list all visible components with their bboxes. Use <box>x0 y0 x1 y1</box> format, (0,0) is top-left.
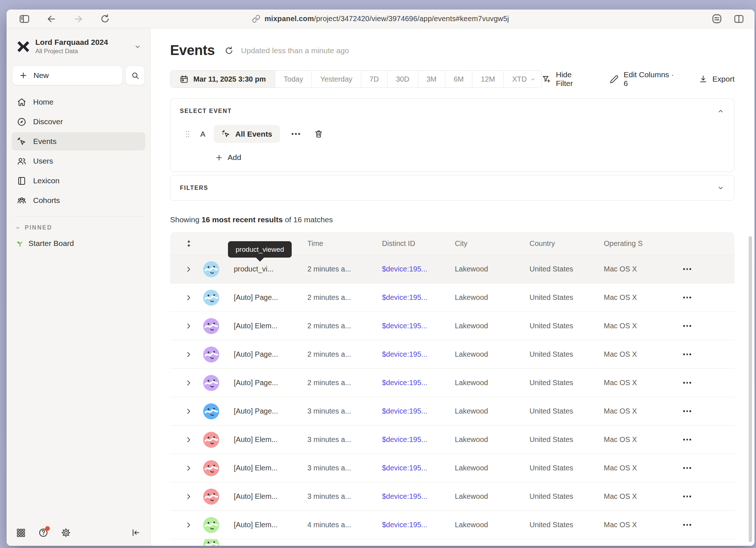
event-country: United States <box>529 492 573 500</box>
distinct-id-link[interactable]: $device:195... <box>382 265 428 273</box>
range-3m[interactable]: 3M <box>418 71 445 87</box>
column-distinct-id[interactable]: Distinct ID <box>379 239 452 248</box>
row-expand-chevron-icon[interactable] <box>185 265 193 273</box>
event-city: Lakewood <box>455 379 488 387</box>
range-7d[interactable]: 7D <box>361 71 387 87</box>
chevron-down-icon <box>530 76 536 82</box>
mixpanel-logo-icon <box>17 40 30 53</box>
row-expand-chevron-icon[interactable] <box>185 493 193 501</box>
distinct-id-link[interactable]: $device:195... <box>382 464 428 472</box>
table-row[interactable]: [Auto] Elem... 2 minutes a... $device:19… <box>170 312 735 340</box>
column-city[interactable]: City <box>452 239 526 248</box>
trash-icon[interactable] <box>314 129 323 139</box>
sidebar-item-events[interactable]: Events <box>12 132 145 150</box>
sidebar-item-home[interactable]: Home <box>12 93 145 111</box>
table-row[interactable]: [Auto] Page... 2 minutes a... $device:19… <box>170 368 735 397</box>
distinct-id-link[interactable]: $device:195... <box>382 379 428 387</box>
distinct-id-link[interactable]: $device:195... <box>382 492 428 500</box>
distinct-id-link[interactable]: $device:195... <box>382 407 428 415</box>
row-expand-chevron-icon[interactable] <box>185 436 193 444</box>
collapse-panel-chevron-up-icon[interactable] <box>717 107 725 115</box>
hide-filter-button[interactable]: Hide Filter <box>542 70 590 88</box>
row-more-icon[interactable] <box>683 294 691 301</box>
sidebar-item-discover[interactable]: Discover <box>12 113 145 131</box>
drag-handle-icon[interactable] <box>185 130 190 138</box>
table-row[interactable]: [Auto] Elem... 3 minutes a... $device:19… <box>170 425 735 454</box>
pinned-item-starter-board[interactable]: Starter Board <box>12 239 145 248</box>
distinct-id-link[interactable]: $device:195... <box>382 435 428 443</box>
page-settings-icon[interactable] <box>711 13 722 24</box>
event-city: Lakewood <box>455 492 488 500</box>
collapse-rows-icon[interactable] <box>170 240 198 247</box>
range-today[interactable]: Today <box>275 71 311 87</box>
apps-grid-icon[interactable] <box>16 528 26 538</box>
column-time[interactable]: Time <box>304 239 379 248</box>
table-row[interactable]: [Auto] Page... 2 minutes a... $device:19… <box>170 340 735 368</box>
row-more-icon[interactable] <box>683 521 691 529</box>
row-more-icon[interactable] <box>683 265 691 273</box>
event-selector-chip[interactable]: All Events <box>214 125 280 143</box>
row-expand-chevron-icon[interactable] <box>185 407 193 415</box>
pinned-section-header[interactable]: PINNED <box>12 224 145 231</box>
sidebar-item-cohorts[interactable]: Cohorts <box>12 191 145 210</box>
add-event-button[interactable]: Add <box>215 153 725 162</box>
row-more-icon[interactable] <box>683 407 691 415</box>
table-row[interactable]: [Auto] Page... 2 minutes a... $device:19… <box>170 283 735 312</box>
event-avatar-icon <box>203 375 219 391</box>
distinct-id-link[interactable]: $device:195... <box>382 293 428 301</box>
address-bar[interactable]: mixpanel.com/project/3472420/view/397469… <box>7 15 755 23</box>
range-xtd-dropdown[interactable]: XTD <box>503 71 542 87</box>
row-more-icon[interactable] <box>683 436 691 443</box>
distinct-id-link[interactable]: $device:195... <box>382 350 428 358</box>
table-row[interactable]: [Auto] Elem... 4 minutes a... $device:19… <box>170 510 735 539</box>
event-city: Lakewood <box>455 293 488 301</box>
event-country: United States <box>529 407 573 415</box>
main-content: Events Updated less than a minute ago Ma… <box>151 28 755 546</box>
event-country: United States <box>529 521 573 529</box>
search-button[interactable] <box>126 66 145 85</box>
workspace-switcher[interactable]: Lord Farquaad 2024 All Project Data <box>12 36 145 57</box>
filter-icon <box>542 75 551 84</box>
collapse-sidebar-icon[interactable] <box>131 528 141 538</box>
range-6m[interactable]: 6M <box>445 71 472 87</box>
row-more-icon[interactable] <box>683 322 691 330</box>
row-more-icon[interactable] <box>683 464 691 472</box>
row-expand-chevron-icon[interactable] <box>185 521 193 529</box>
new-button[interactable]: New <box>12 66 122 85</box>
event-more-icon[interactable] <box>290 131 302 137</box>
export-button[interactable]: Export <box>699 75 735 83</box>
distinct-id-link[interactable]: $device:195... <box>382 521 428 529</box>
column-country[interactable]: Country <box>526 239 601 248</box>
column-operating-system[interactable]: Operating S <box>601 239 667 248</box>
split-view-icon[interactable] <box>733 13 744 24</box>
row-expand-chevron-icon[interactable] <box>185 351 193 359</box>
sidebar-item-users[interactable]: Users <box>12 152 145 170</box>
help-button[interactable] <box>38 528 48 538</box>
filters-panel[interactable]: FILTERS <box>170 175 735 201</box>
scrollbar-thumb[interactable] <box>749 236 752 542</box>
date-picker[interactable]: Mar 11, 2025 3:30 pm <box>170 71 275 87</box>
row-expand-chevron-icon[interactable] <box>185 464 193 472</box>
table-row[interactable]: [Auto] Elem... 3 minutes a... $device:19… <box>170 454 735 482</box>
range-12m[interactable]: 12M <box>472 71 503 87</box>
refresh-icon[interactable] <box>224 46 234 55</box>
table-row[interactable]: product_vi... 2 minutes a... $device:195… <box>170 255 735 283</box>
sidebar-item-lexicon[interactable]: Lexicon <box>12 172 145 190</box>
row-expand-chevron-icon[interactable] <box>185 322 193 330</box>
range-yesterday[interactable]: Yesterday <box>311 71 361 87</box>
row-expand-chevron-icon[interactable] <box>185 379 193 387</box>
row-more-icon[interactable] <box>683 379 691 387</box>
table-row[interactable]: [Auto] Page... 3 minutes a... $device:19… <box>170 397 735 425</box>
row-more-icon[interactable] <box>683 351 691 358</box>
edit-columns-button[interactable]: Edit Columns · 6 <box>610 70 679 88</box>
distinct-id-link[interactable]: $device:195... <box>382 322 428 330</box>
expand-panel-chevron-down-icon[interactable] <box>717 184 725 192</box>
table-row[interactable]: [Auto] Elem... 3 minutes a... $device:19… <box>170 482 735 510</box>
spark-cursor-icon <box>221 129 231 138</box>
table-row-partial[interactable] <box>170 539 735 546</box>
row-more-icon[interactable] <box>683 493 691 500</box>
event-os: Mac OS X <box>604 435 637 443</box>
range-30d[interactable]: 30D <box>387 71 418 87</box>
settings-gear-icon[interactable] <box>61 528 71 538</box>
row-expand-chevron-icon[interactable] <box>185 294 193 302</box>
